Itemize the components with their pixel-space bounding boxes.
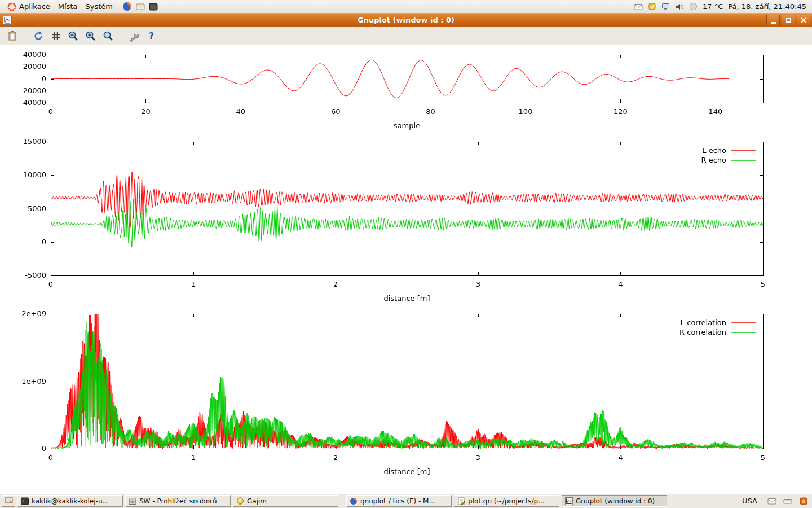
terminal-icon bbox=[21, 497, 29, 505]
task-button-editor[interactable]: plot.gn (~/projects/p... bbox=[454, 495, 559, 507]
bottom-panel: kaklik@kaklik-kolej-u... SW - Prohlížeč … bbox=[0, 493, 812, 508]
mail-launcher-icon[interactable] bbox=[136, 2, 145, 11]
weather-temperature[interactable]: 17 °C bbox=[703, 2, 723, 11]
refresh-icon bbox=[33, 30, 44, 42]
panel-launchers bbox=[122, 2, 158, 11]
help-icon: ? bbox=[149, 30, 154, 41]
top-panel: Aplikace Místa Systém bbox=[0, 0, 812, 14]
zoom-in-button[interactable] bbox=[83, 29, 98, 43]
task-button-file-manager[interactable]: SW - Prohlížeč souborů bbox=[125, 495, 231, 507]
window-buttons bbox=[766, 15, 810, 25]
toolbar-separator bbox=[121, 30, 121, 42]
task-button-gnuplot[interactable]: Gnuplot (window id : 0) bbox=[562, 495, 667, 507]
update-notifier-icon[interactable] bbox=[648, 2, 656, 11]
zoom-out-button[interactable] bbox=[100, 29, 116, 43]
gnuplot-icon bbox=[565, 497, 573, 505]
gajim-icon bbox=[236, 497, 244, 505]
text-editor-icon bbox=[457, 497, 465, 505]
desktop: Aplikace Místa Systém bbox=[0, 0, 812, 508]
maximize-button[interactable] bbox=[782, 15, 795, 25]
task-button-label: plot.gn (~/projects/p... bbox=[468, 497, 545, 505]
help-button[interactable]: ? bbox=[144, 29, 159, 43]
mail-notification-icon[interactable] bbox=[634, 2, 643, 11]
window-title: Gnuplot (window id : 0) bbox=[0, 16, 812, 24]
gnuplot-plot-area bbox=[0, 45, 812, 493]
keyboard-layout-indicator[interactable]: USA bbox=[739, 496, 761, 506]
display-tray-icon[interactable] bbox=[661, 2, 670, 11]
firefox-icon bbox=[350, 497, 358, 505]
zoom-in-icon bbox=[85, 30, 96, 42]
weather-icon[interactable] bbox=[689, 2, 698, 11]
menu-label-applications: Aplikace bbox=[19, 2, 50, 11]
toolbar-separator bbox=[25, 30, 25, 42]
firefox-launcher-icon[interactable] bbox=[122, 2, 132, 11]
minimize-button[interactable] bbox=[766, 15, 780, 25]
menu-label-system: Systém bbox=[85, 2, 112, 11]
window-titlebar[interactable]: Gnuplot (window id : 0) bbox=[0, 14, 812, 27]
task-button-label: Gnuplot (window id : 0) bbox=[576, 497, 655, 505]
ubuntu-logo-icon bbox=[7, 2, 16, 11]
terminal-launcher-icon[interactable] bbox=[149, 2, 158, 11]
task-button-terminal[interactable]: kaklik@kaklik-kolej-u... bbox=[17, 495, 123, 507]
task-button-gajim[interactable]: Gajim bbox=[233, 495, 338, 507]
task-button-label: SW - Prohlížeč souborů bbox=[139, 497, 217, 505]
menu-places[interactable]: Místa bbox=[54, 1, 82, 12]
show-desktop-icon bbox=[5, 497, 13, 505]
show-desktop-button[interactable] bbox=[2, 495, 15, 507]
configure-button[interactable] bbox=[126, 29, 142, 43]
task-button-label: kaklik@kaklik-kolej-u... bbox=[32, 497, 109, 505]
close-icon bbox=[801, 17, 806, 23]
clock[interactable]: Pá, 18. září, 21:40:45 bbox=[728, 2, 806, 11]
menu-system[interactable]: Systém bbox=[81, 1, 116, 12]
zoom-out-icon bbox=[103, 30, 114, 42]
grid-icon bbox=[50, 30, 61, 42]
gnuplot-toolbar: ? bbox=[0, 27, 812, 45]
maximize-icon bbox=[786, 18, 791, 23]
task-button-label: gnuplot / tics (E) - M... bbox=[360, 497, 435, 505]
clipboard-icon bbox=[7, 30, 18, 42]
file-manager-icon bbox=[129, 497, 136, 505]
copy-clipboard-button[interactable] bbox=[5, 29, 20, 43]
keyboard-tray-icon[interactable] bbox=[783, 497, 792, 506]
panel-tray: 17 °C Pá, 18. září, 21:40:45 bbox=[634, 2, 809, 11]
task-button-label: Gajim bbox=[247, 497, 267, 505]
wrench-icon bbox=[129, 30, 140, 42]
taskbar-tray: USA bbox=[739, 496, 810, 506]
minimize-icon bbox=[771, 22, 776, 24]
replot-button[interactable] bbox=[30, 29, 46, 43]
zoom-previous-button[interactable] bbox=[65, 29, 81, 43]
task-button-browser[interactable]: gnuplot / tics (E) - M... bbox=[346, 495, 452, 507]
menu-applications[interactable]: Aplikace bbox=[3, 1, 54, 12]
gnuplot-plot-canvas[interactable] bbox=[0, 45, 812, 493]
tray-applet-icon[interactable] bbox=[799, 497, 808, 506]
close-button[interactable] bbox=[797, 15, 810, 25]
menu-label-places: Místa bbox=[58, 2, 78, 11]
mail-tray-icon[interactable] bbox=[767, 497, 776, 506]
zoom-previous-icon bbox=[68, 30, 79, 42]
toggle-grid-button[interactable] bbox=[48, 29, 63, 43]
volume-icon[interactable] bbox=[675, 2, 684, 11]
